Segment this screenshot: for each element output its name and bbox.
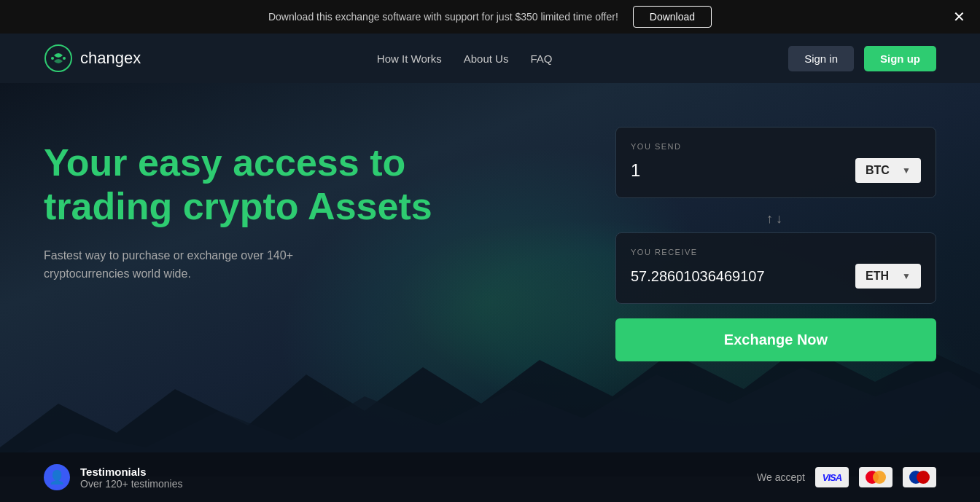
exchange-widget: YOU SEND BTC ▼ ↑↓ YOU RECEIVE 57.2860103… [615,127,936,361]
hero-title: Your easy access to trading crypto Asset… [44,141,481,229]
testimonials-icon: 👤 [44,464,70,490]
send-box: YOU SEND BTC ▼ [615,127,936,198]
receive-currency-chevron: ▼ [902,271,911,281]
testimonials-count: Over 120+ testimonies [80,478,182,490]
nav-how-it-works[interactable]: How It Works [377,52,442,65]
nav-faq[interactable]: FAQ [530,52,552,65]
send-row: BTC ▼ [631,158,921,183]
send-amount-input[interactable] [631,160,848,181]
hero-subtitle: Fastest way to purchase or exchange over… [44,246,350,283]
visa-logo: VISA [822,472,841,483]
testimonials-info: Testimonials Over 120+ testimonies [80,466,182,490]
testimonials-person-icon: 👤 [49,469,65,485]
footer-bar: 👤 Testimonials Over 120+ testimonies We … [0,452,980,502]
mastercard-logo [866,471,886,484]
maestro-card [903,467,936,487]
nav-about-us[interactable]: About Us [464,52,509,65]
top-banner: Download this exchange software with sup… [0,0,980,34]
send-currency-select[interactable]: BTC ▼ [855,158,921,183]
nav-links: How It Works About Us FAQ [377,52,553,65]
testimonials-label: Testimonials [80,466,182,478]
send-currency-label: BTC [866,164,890,177]
mc-circle-orange [873,471,886,484]
banner-download-button[interactable]: Download [633,6,712,28]
logo-icon [44,44,73,73]
send-label: YOU SEND [631,142,921,151]
receive-label: YOU RECEIVE [631,248,921,256]
receive-box: YOU RECEIVE 57.28601036469107 ETH ▼ [615,232,936,304]
navbar: changex How It Works About Us FAQ Sign i… [0,34,980,83]
logo-text: changex [80,49,141,68]
testimonials-section: 👤 Testimonials Over 120+ testimonies [44,464,182,490]
receive-currency-select[interactable]: ETH ▼ [855,264,921,289]
send-currency-chevron: ▼ [902,165,911,176]
mastercard-card [859,467,892,487]
hero-content: Your easy access to trading crypto Asset… [44,127,481,283]
maestro-logo [909,471,930,484]
svg-point-1 [51,57,54,60]
nav-actions: Sign in Sign up [788,46,936,71]
banner-text: Download this exchange software with sup… [268,11,618,23]
banner-close-button[interactable]: ✕ [953,9,965,24]
swap-arrows[interactable]: ↑↓ [615,205,936,232]
visa-card: VISA [815,467,849,487]
hero-section: Your easy access to trading crypto Asset… [0,83,980,476]
logo[interactable]: changex [44,44,141,73]
svg-point-2 [63,57,66,60]
we-accept-section: We accept VISA [757,467,936,487]
receive-amount: 57.28601036469107 [631,268,848,285]
we-accept-label: We accept [757,471,805,483]
exchange-now-button[interactable]: Exchange Now [615,318,936,361]
svg-point-0 [45,45,71,71]
receive-row: 57.28601036469107 ETH ▼ [631,264,921,289]
sign-up-button[interactable]: Sign up [864,46,936,71]
sign-in-button[interactable]: Sign in [788,46,854,71]
receive-currency-label: ETH [866,270,889,283]
maestro-circle-red [917,471,930,484]
